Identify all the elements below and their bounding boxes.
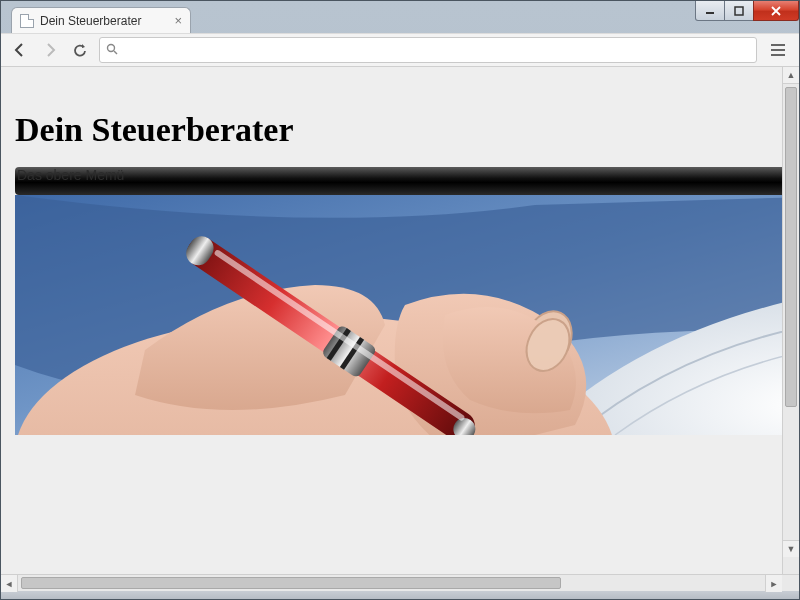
address-bar[interactable] (99, 37, 757, 63)
svg-line-3 (114, 51, 117, 54)
url-input[interactable] (124, 43, 750, 58)
hamburger-icon (771, 44, 785, 46)
window-statusbar (1, 591, 799, 599)
menu-label: Das obere Memü (17, 167, 124, 183)
forward-button[interactable] (39, 39, 61, 61)
reload-button[interactable] (69, 39, 91, 61)
horizontal-scroll-thumb[interactable] (21, 577, 561, 589)
arrow-right-icon (42, 42, 58, 58)
svg-point-2 (108, 44, 115, 51)
arrow-left-icon (12, 42, 28, 58)
tab-close-icon[interactable]: × (174, 13, 182, 28)
page-content: Dein Steuerberater Das obere Memü (1, 67, 782, 574)
scroll-down-button[interactable]: ▼ (783, 540, 799, 557)
reload-icon (73, 43, 88, 58)
chrome-menu-button[interactable] (765, 38, 791, 62)
scroll-left-button[interactable]: ◄ (1, 575, 18, 592)
horizontal-scrollbar-row: ◄ ► (1, 574, 799, 591)
browser-toolbar (1, 33, 799, 67)
horizontal-scrollbar[interactable]: ◄ ► (1, 575, 782, 591)
page-icon (20, 14, 34, 28)
vertical-scroll-thumb[interactable] (785, 87, 797, 407)
webpage: Dein Steuerberater Das obere Memü (1, 67, 782, 574)
scroll-corner (782, 575, 799, 591)
hero-image (15, 195, 782, 435)
site-title: Dein Steuerberater (15, 111, 768, 149)
browser-window: Dein Steuerberater × D (0, 0, 800, 600)
scroll-right-button[interactable]: ► (765, 575, 782, 592)
vertical-scrollbar[interactable]: ▲ ▼ (782, 67, 799, 574)
back-button[interactable] (9, 39, 31, 61)
top-menu-bar[interactable]: Das obere Memü (15, 167, 782, 195)
tab-strip: Dein Steuerberater × (1, 7, 799, 33)
browser-tab[interactable]: Dein Steuerberater × (11, 7, 191, 33)
scroll-up-button[interactable]: ▲ (783, 67, 799, 84)
tab-title: Dein Steuerberater (40, 14, 168, 28)
hero-illustration (15, 195, 782, 435)
search-icon (106, 43, 118, 58)
viewport: Dein Steuerberater Das obere Memü (1, 67, 799, 574)
